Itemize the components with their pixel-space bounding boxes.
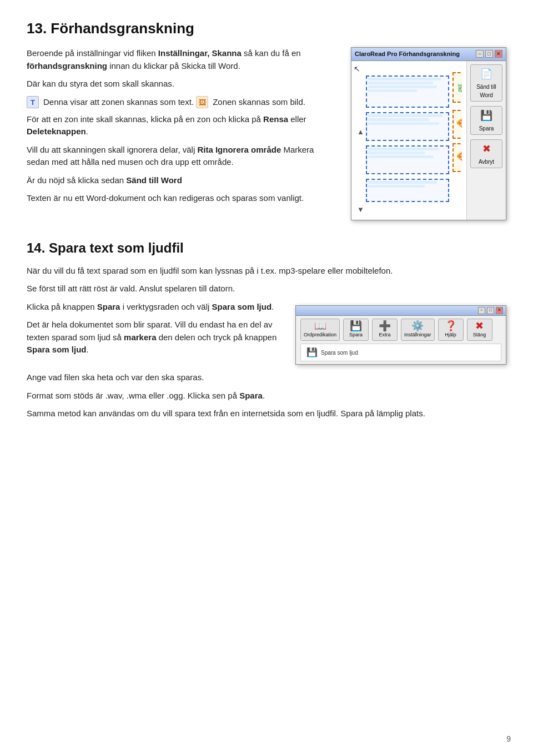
- minimize-button[interactable]: −: [476, 50, 484, 58]
- toolbar-hjalp-btn[interactable]: ❓ Hjälp: [438, 319, 464, 341]
- scroll-up-icon[interactable]: ▲: [357, 127, 364, 138]
- preview-titlebar-controls: − □ ✕: [476, 50, 502, 58]
- section-14: 14. Spara text som ljudfil När du vill d…: [27, 238, 506, 420]
- extra-icon: ➕: [379, 321, 391, 331]
- preview-titlebar: ClaroRead Pro Förhandsgranskning − □ ✕: [351, 48, 506, 61]
- section-13-para1: Beroende på inställningar vid fliken Ins…: [27, 47, 338, 72]
- text-zone-icon: T: [27, 96, 39, 108]
- toolbar-top-row: 📖 Ordpredikation 💾 Spara ➕ Extra ⚙️: [300, 319, 501, 341]
- preview-main-area: ↖ 🧃: [351, 61, 467, 220]
- toolbar-spara-btn[interactable]: 💾 Spara: [343, 319, 369, 341]
- preview-zone-img-1: 🧃: [452, 72, 462, 103]
- toolbar-minimize-btn[interactable]: −: [478, 307, 485, 314]
- preview-window-title: ClaroRead Pro Förhandsgranskning: [355, 49, 460, 59]
- section-14-content-row: Klicka på knappen Spara i verktygsraden …: [27, 301, 506, 365]
- section-14-para6: Format som stöds är .wav, .wma eller .og…: [27, 390, 506, 402]
- toolbar-close-btn[interactable]: ✕: [496, 307, 503, 314]
- cancel-icon: ✖: [472, 142, 501, 157]
- scroll-down-icon[interactable]: ▼: [357, 204, 364, 215]
- icon-text-label: Denna visar att zonen skannas som text.: [43, 96, 194, 109]
- cancel-label: Avbryt: [479, 159, 494, 165]
- icon-image-label: Zonen skannas som bild.: [213, 96, 305, 109]
- section-13-heading: 13. Förhandsgranskning: [27, 18, 506, 39]
- section-14-para5: Ange vad filen ska heta och var den ska …: [27, 371, 506, 384]
- toolbar-maximize-btn[interactable]: □: [487, 307, 494, 314]
- send-to-word-button[interactable]: 📄 Sänd till Word: [470, 64, 502, 102]
- toolbar-stang-btn[interactable]: ✖ Stäng: [467, 319, 492, 341]
- claroread-preview-window: ClaroRead Pro Förhandsgranskning − □ ✕ ↖: [351, 47, 506, 220]
- section-13-text-col: Beroende på inställningar vid fliken Ins…: [27, 47, 338, 210]
- section-13-para4: Vill du att skanningen skall ignorera de…: [27, 144, 338, 169]
- section-13-para5: Är du nöjd så klicka sedan Sänd till Wor…: [27, 174, 338, 187]
- subrow-save-icon: 💾: [306, 346, 318, 359]
- toolbar-subrow: 💾 Spara som ljud: [300, 344, 501, 361]
- preview-zone-text-2: [366, 112, 449, 141]
- section-14-para3: Klicka på knappen Spara i verktygsraden …: [27, 301, 279, 314]
- hjalp-icon: ❓: [445, 321, 457, 331]
- preview-body: ↖ 🧃: [351, 61, 506, 220]
- section-14-para7: Samma metod kan användas om du vill spar…: [27, 407, 506, 420]
- maximize-button[interactable]: □: [485, 50, 493, 58]
- preview-zone-text-4: [366, 179, 449, 202]
- cancel-button[interactable]: ✖ Avbryt: [470, 139, 502, 168]
- section-13-para3: För att en zon inte skall skannas, klick…: [27, 113, 338, 138]
- section-14-para1: När du vill du få text sparad som en lju…: [27, 265, 506, 278]
- section-13-para2: Där kan du styra det som skall skannas.: [27, 78, 338, 90]
- close-button[interactable]: ✕: [495, 50, 502, 58]
- toolbar-extra-btn[interactable]: ➕ Extra: [372, 319, 398, 341]
- ordpredikation-icon: 📖: [314, 321, 326, 331]
- zone-img-icon-1: 🧃: [454, 73, 462, 102]
- preview-zone-text-1: [366, 75, 449, 108]
- icon-text-zone-indicator: T Denna visar att zonen skannas som text…: [27, 96, 194, 109]
- zone-img-icon-2: 🍕: [454, 111, 462, 138]
- stang-icon: ✖: [475, 321, 484, 331]
- preview-zone-img-2: 🍕: [452, 110, 462, 139]
- save-button[interactable]: 💾 Spara: [470, 106, 502, 135]
- section-14-para2: Se först till att rätt röst är vald. Ans…: [27, 283, 506, 295]
- toolbar-titlebar: − □ ✕: [296, 306, 506, 316]
- preview-zones: 🧃 🍕: [356, 65, 462, 215]
- preview-sidebar: 📄 Sänd till Word 💾 Spara ✖ Avbryt: [467, 61, 506, 220]
- preview-zone-img-3: 🍕: [452, 143, 462, 172]
- zone-img-icon-3: 🍕: [454, 144, 462, 171]
- section-14-text-col: Klicka på knappen Spara i verktygsraden …: [27, 301, 279, 362]
- section-13-content-row: Beroende på inställningar vid fliken Ins…: [27, 47, 506, 220]
- toolbar-body: 📖 Ordpredikation 💾 Spara ➕ Extra ⚙️: [296, 316, 506, 365]
- preview-window-col: ClaroRead Pro Förhandsgranskning − □ ✕ ↖: [351, 47, 506, 220]
- section-13: 13. Förhandsgranskning Beroende på instä…: [27, 18, 506, 220]
- toolbar-window: − □ ✕ 📖 Ordpredikation 💾 Spara: [295, 305, 506, 365]
- save-label: Spara: [479, 125, 494, 132]
- toolbar-screenshot-col: − □ ✕ 📖 Ordpredikation 💾 Spara: [295, 301, 506, 365]
- spara-icon: 💾: [350, 321, 362, 331]
- toolbar-installningar-btn[interactable]: ⚙️ Inställningar: [401, 319, 435, 341]
- installningar-icon: ⚙️: [411, 321, 424, 331]
- send-to-word-icon: 📄: [472, 67, 501, 82]
- toolbar-ordpredikation-btn[interactable]: 📖 Ordpredikation: [300, 319, 340, 341]
- toolbar-titlebar-controls: − □ ✕: [478, 307, 503, 314]
- image-zone-icon: 🖼: [196, 96, 208, 108]
- send-to-word-label: Sänd till Word: [476, 84, 496, 98]
- preview-zone-text-3: [366, 145, 449, 174]
- icon-image-zone-indicator: 🖼 Zonen skannas som bild.: [196, 96, 305, 109]
- subrow-label: Spara som ljud: [321, 349, 358, 357]
- cursor-icon: ↖: [354, 63, 360, 75]
- section-13-para6: Texten är nu ett Word-dokument och kan r…: [27, 192, 338, 205]
- section-14-para4: Det är hela dokumentet som blir sparat. …: [27, 319, 279, 356]
- save-icon: 💾: [472, 108, 501, 123]
- section-14-heading: 14. Spara text som ljudfil: [27, 238, 506, 258]
